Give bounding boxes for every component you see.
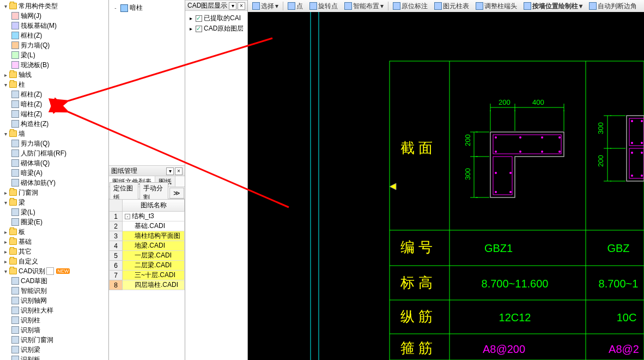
table-icon [434, 2, 442, 10]
tree-item[interactable]: 圈梁(E) [0, 217, 108, 227]
svg-text:400: 400 [532, 98, 544, 106]
svg-point-65 [631, 175, 633, 177]
svg-text:300: 300 [464, 168, 472, 180]
place-icon [344, 2, 352, 10]
pin-icon[interactable]: ▾ [229, 2, 236, 10]
adjust-end-button[interactable]: 调整柱端头 [473, 1, 519, 11]
smart-place-button[interactable]: 智能布置▾ [342, 1, 386, 11]
sheet-table[interactable]: 图纸名称 1-结构_t32基础.CADI3墙柱结构平面图4地梁.CADI5一层梁… [109, 199, 185, 290]
point-button[interactable]: 点 [285, 1, 305, 11]
svg-point-27 [541, 136, 543, 139]
label-icon [393, 2, 400, 10]
table-row[interactable]: 1-结构_t3 [110, 212, 185, 221]
tree-item-anzhu[interactable]: 暗柱(Z) [0, 99, 108, 109]
tree-item[interactable]: 剪力墙(Q) [0, 139, 108, 148]
col-table-button[interactable]: 图元柱表 [432, 1, 471, 11]
tree-item[interactable]: 识别墙 [0, 325, 108, 335]
cad-drawing[interactable]: 截 面 编 号 标 高 纵 筋 箍 筋 GBZ1 8.700~11.600 12… [248, 12, 644, 360]
rotate-icon [309, 2, 317, 10]
table-row[interactable]: 4地梁.CADI [110, 241, 185, 251]
tree-item[interactable]: 识别梁 [0, 345, 108, 355]
cad-toolbar: 选择▾ 点 旋转点 智能布置▾ 原位标注 图元柱表 调整柱端头 按墙位置绘制柱▾… [248, 0, 644, 12]
svg-text:编 号: 编 号 [400, 239, 433, 255]
tree-item[interactable]: 筏板基础(M) [0, 21, 108, 31]
svg-point-66 [641, 175, 643, 177]
tree-item-gouzaozhu[interactable]: 构造柱(Z) [0, 119, 108, 129]
tree-cad[interactable]: ▾CAD识别NEW [0, 266, 108, 276]
svg-point-32 [558, 151, 561, 153]
tree-item-kuangzhu[interactable]: 框柱(Z) [0, 89, 108, 99]
table-row[interactable]: 6二层梁.CADI [110, 261, 185, 271]
tree-item-duanzhu[interactable]: 端柱(Z) [0, 109, 108, 119]
select-button[interactable]: 选择▾ [250, 1, 281, 11]
close-icon[interactable]: × [175, 167, 183, 175]
tree-root-common[interactable]: ▾常用构件类型 [0, 1, 108, 11]
svg-point-29 [495, 151, 497, 153]
svg-point-33 [495, 172, 497, 174]
point-icon [288, 2, 295, 10]
tree-jichu[interactable]: ▸基础 [0, 237, 108, 247]
svg-text:GBZ1: GBZ1 [484, 242, 513, 254]
cad-viewport[interactable]: 选择▾ 点 旋转点 智能布置▾ 原位标注 图元柱表 调整柱端头 按墙位置绘制柱▾… [248, 0, 644, 360]
svg-point-60 [641, 120, 643, 122]
checkbox-icon[interactable] [196, 15, 202, 22]
tree-item[interactable]: 识别门窗洞 [0, 335, 108, 345]
draw-by-wall-button[interactable]: 按墙位置绘制柱▾ [521, 1, 585, 11]
svg-point-34 [509, 172, 512, 174]
tree-item[interactable]: CAD草图 [0, 276, 108, 286]
table-row[interactable]: 3墙柱结构平面图 [110, 231, 185, 241]
tree-qiang[interactable]: ▾墙 [0, 129, 108, 139]
checkbox-icon[interactable] [196, 26, 202, 32]
tree-ban[interactable]: ▸板 [0, 227, 108, 237]
inplace-label-button[interactable]: 原位标注 [391, 1, 430, 11]
svg-point-61 [631, 142, 633, 144]
component-tree[interactable]: ▾常用构件类型 轴网(J) 筏板基础(M) 框柱(Z) 剪力墙(Q) 梁(L) … [0, 0, 109, 360]
tree-item[interactable]: 砌体加筋(Y) [0, 178, 108, 188]
more-button[interactable]: ≫ [169, 188, 184, 199]
tree-item[interactable]: 人防门框墙(RF) [0, 148, 108, 158]
svg-text:200: 200 [464, 134, 472, 146]
tree-liang[interactable]: ▾梁 [0, 197, 108, 207]
layer-item[interactable]: ▸已提取的CAI [187, 13, 245, 23]
table-row[interactable]: 2基础.CADI [110, 221, 185, 231]
wall-icon [524, 2, 531, 10]
tree-item[interactable]: 现浇板(B) [0, 60, 108, 70]
tree-item[interactable]: 轴网(J) [0, 11, 108, 21]
layer-item[interactable]: ▸CAD原始图层 [187, 23, 245, 34]
auto-corner-button[interactable]: 自动判断边角 [587, 1, 639, 11]
table-row[interactable]: 8四层墙柱.CADI [110, 280, 185, 290]
close-icon[interactable]: × [238, 2, 245, 10]
svg-point-35 [495, 191, 497, 193]
layer-header: CAD图层显示 ▾× [185, 0, 247, 11]
tree-zidingyi[interactable]: ▸自定义 [0, 256, 108, 266]
tree-item[interactable]: 智能识别 [0, 286, 108, 296]
tree-item[interactable]: 剪力墙(Q) [0, 40, 108, 50]
svg-point-25 [495, 136, 497, 139]
tree-menchuang[interactable]: ▸门窗洞 [0, 188, 108, 197]
tree-item[interactable]: 识别柱 [0, 315, 108, 325]
tree-item[interactable]: 暗梁(A) [0, 168, 108, 178]
column-icon [120, 4, 128, 12]
tree-qita[interactable]: ▸其它 [0, 247, 108, 256]
rotate-button[interactable]: 旋转点 [307, 1, 340, 11]
sheet-mgr-header: 图纸管理 ▾× [109, 165, 185, 176]
svg-text:200: 200 [499, 98, 511, 106]
svg-text:截 面: 截 面 [400, 140, 433, 156]
tree-axis[interactable]: ▸轴线 [0, 70, 108, 80]
svg-text:标 高: 标 高 [400, 274, 433, 291]
pin-icon[interactable]: ▾ [166, 167, 174, 175]
tree-item[interactable]: 框柱(Z) [0, 31, 108, 40]
tree-item[interactable]: 梁(L) [0, 50, 108, 60]
svg-rect-24 [493, 157, 512, 195]
svg-rect-57 [629, 118, 644, 146]
tree-item[interactable]: 识别板 [0, 355, 108, 360]
tree-item[interactable]: 识别柱大样 [0, 305, 108, 315]
tree-item[interactable]: 识别轴网 [0, 296, 108, 305]
tree-zhu[interactable]: ▾柱 [0, 80, 108, 89]
table-row[interactable]: 7三~十层.CADI [110, 271, 185, 280]
svg-text:200: 200 [597, 155, 605, 167]
table-row[interactable]: 5一层梁.CADI [110, 251, 185, 261]
tree-item[interactable]: 梁(L) [0, 207, 108, 217]
tree-item[interactable]: 砌体墙(Q) [0, 158, 108, 168]
mid-node-anzhu[interactable]: -暗柱 [111, 2, 183, 14]
